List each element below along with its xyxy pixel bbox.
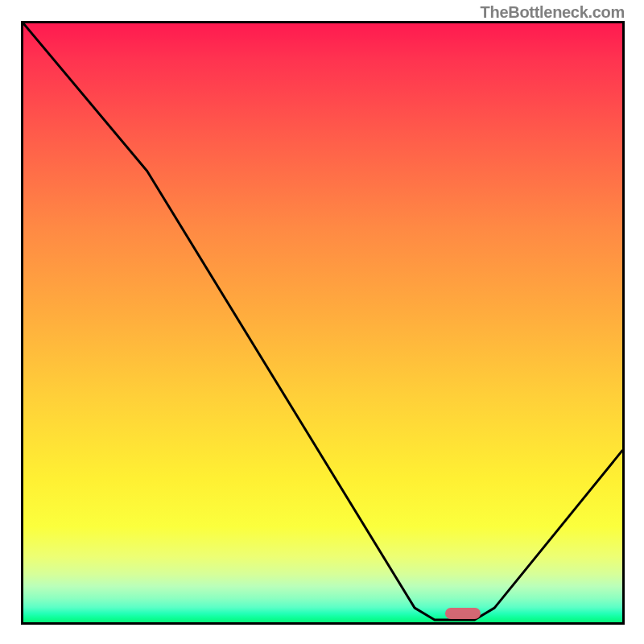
optimal-marker <box>445 608 481 619</box>
attribution-text: TheBottleneck.com <box>481 3 625 22</box>
bottleneck-curve <box>23 23 622 622</box>
plot-area <box>21 21 625 625</box>
chart-frame: TheBottleneck.com <box>0 0 644 644</box>
